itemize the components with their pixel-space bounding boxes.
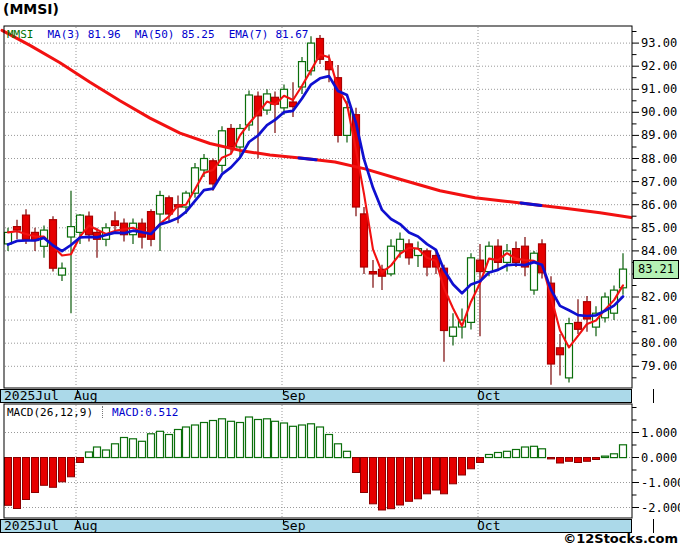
macd-bar	[139, 441, 146, 457]
macd-bar	[468, 458, 475, 469]
macd-bar	[566, 458, 573, 462]
candle	[112, 221, 119, 226]
candle	[557, 348, 564, 355]
date-label: 2025Jul	[4, 519, 59, 533]
macd-bar	[5, 458, 12, 506]
candle	[77, 215, 84, 232]
candle	[228, 129, 235, 148]
legend-ma50-label: MA(50)	[135, 28, 175, 41]
macd-bar	[611, 454, 618, 458]
macd-bar	[539, 449, 546, 458]
price-axis-label: 87.00	[641, 175, 677, 189]
macd-bar	[59, 458, 66, 482]
price-axis: 93.0092.0091.0090.0089.0088.0087.0086.00…	[632, 32, 677, 378]
macd-bar	[77, 458, 84, 463]
macd-bar	[192, 425, 199, 458]
candle	[513, 249, 520, 263]
legend-ma50-value: 85.25	[182, 28, 215, 41]
price-axis-label: 92.00	[641, 59, 677, 73]
candle	[450, 327, 457, 336]
candle	[397, 239, 404, 251]
watermark: ©12Stocks.com	[563, 531, 678, 546]
macd-bar	[157, 431, 164, 457]
macd-bar	[148, 434, 155, 458]
legend-ma3-label: MA(3)	[48, 28, 81, 41]
candle	[68, 227, 75, 237]
legend-symbol: MMSI	[7, 28, 34, 41]
candle	[406, 244, 413, 258]
legend-ema7-label: EMA(7)	[229, 28, 269, 41]
macd-axis-label: -1.000	[641, 476, 680, 490]
macd-bar	[326, 435, 333, 458]
macd-bar	[575, 458, 582, 463]
macd-axis-label: -2.000	[641, 501, 680, 515]
macd-bar	[317, 427, 324, 458]
macd-bar	[548, 458, 555, 459]
macd-bar	[459, 458, 466, 476]
macd-bar	[513, 450, 520, 458]
macd-bar	[486, 455, 493, 458]
macd-bar	[620, 445, 627, 458]
macd-bar	[602, 456, 609, 457]
macd-legend: MACD(26,12,9)MACD:0.512	[7, 406, 178, 419]
macd-bar	[264, 419, 271, 458]
macd-bar	[504, 451, 511, 457]
price-macd-chart: 93.0092.0091.0090.0089.0088.0087.0086.00…	[0, 0, 680, 546]
macd-bar	[290, 426, 297, 457]
macd-value: MACD:0.512	[112, 406, 178, 419]
candle	[59, 268, 66, 275]
candle	[468, 258, 475, 323]
macd-bar	[593, 458, 600, 460]
candle	[210, 161, 217, 184]
legend-divider	[102, 406, 103, 418]
date-label: Aug	[74, 389, 97, 403]
date-axis-bottom: 2025Jul Aug Sep Oct	[0, 519, 632, 533]
price-axis-label: 85.00	[641, 221, 677, 235]
macd-bar	[32, 458, 39, 493]
macd-bar	[272, 421, 279, 457]
last-price-badge: 83.21	[633, 260, 679, 279]
price-axis-label: 90.00	[641, 105, 677, 119]
candle	[566, 324, 573, 378]
price-axis-label: 84.00	[641, 244, 677, 258]
macd-bar	[450, 458, 457, 484]
macd-axis: 1.0000.000-1.000-2.000	[632, 408, 680, 515]
macd-histogram	[5, 417, 627, 510]
candle	[14, 227, 21, 231]
macd-bar	[121, 438, 128, 458]
macd-bar	[361, 458, 368, 493]
macd-bar	[557, 458, 564, 464]
candle	[201, 159, 208, 171]
macd-bar	[299, 425, 306, 458]
price-axis-label: 93.00	[641, 36, 677, 50]
legend-ema7-value: 81.67	[275, 28, 308, 41]
date-label: Aug	[74, 519, 97, 533]
macd-axis-label: 1.000	[641, 426, 677, 440]
macd-bar	[50, 458, 57, 488]
price-axis-label: 82.00	[641, 290, 677, 304]
macd-bar	[477, 458, 484, 463]
macd-bar	[112, 444, 119, 458]
candle	[157, 196, 164, 215]
macd-bar	[584, 458, 591, 462]
macd-bar	[210, 421, 217, 458]
ma3-line	[8, 55, 623, 348]
macd-bar	[441, 458, 448, 494]
price-axis-label: 80.00	[641, 336, 677, 350]
macd-bar	[14, 458, 21, 509]
macd-bar	[86, 452, 93, 458]
date-label: Oct	[477, 519, 500, 533]
candle	[575, 322, 582, 329]
price-axis-label: 81.00	[641, 313, 677, 327]
date-label: Sep	[282, 519, 305, 533]
date-label: 2025Jul	[4, 389, 59, 403]
macd-bar	[424, 458, 431, 494]
macd-bar	[175, 430, 182, 458]
stock-chart-page: (MMSI) 93.0092.0091.0090.0089.0088.0087.…	[0, 0, 680, 546]
candle	[477, 260, 484, 272]
macd-bar	[130, 439, 137, 458]
candle	[531, 253, 538, 290]
price-axis-label: 91.00	[641, 82, 677, 96]
legend-ma3-value: 81.96	[88, 28, 121, 41]
macd-bar	[166, 435, 173, 458]
